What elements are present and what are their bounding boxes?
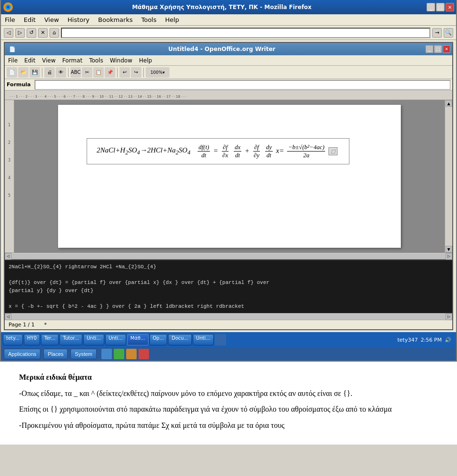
firefox-menu-view[interactable]: View (42, 15, 61, 24)
firefox-menu-tools[interactable]: Tools (139, 15, 159, 24)
oo-menu-window[interactable]: Window (109, 57, 134, 64)
taskbar-item-unti2[interactable]: Unti... (105, 334, 126, 345)
oo-window-controls: _ □ ✕ (426, 45, 450, 53)
copy-button[interactable]: 📋 (93, 67, 104, 78)
scroll-left-button[interactable]: ◁ (5, 253, 11, 260)
clock: 2:56 PM (421, 337, 442, 343)
firefox-menu-help[interactable]: Help (163, 15, 181, 24)
address-bar[interactable] (61, 28, 430, 38)
formula-text-nacl: 2NaCl+H2SO4→2HCl+Na2SO4 (97, 146, 190, 156)
oo-menu-view[interactable]: View (40, 57, 57, 64)
page-info: Page 1 / 1 (9, 322, 35, 328)
undo-button[interactable]: ↩ (119, 67, 130, 78)
main-layout: 1 2 3 4 5 2NaCl+H2SO4→2HCl+Na2SO4 (5, 100, 452, 253)
gnome-app-icon-2[interactable] (114, 349, 124, 359)
minimize-button[interactable]: _ (427, 3, 435, 11)
taskbar-item-op[interactable]: Op... (149, 334, 168, 345)
taskbar-item-tety[interactable]: tety... (3, 334, 23, 345)
firefox-menu-history[interactable]: History (66, 15, 91, 24)
body-paragraph-3: Επίσης οι {} χρησιμοποιούνται στό παρακά… (19, 403, 438, 415)
oo-menubar: File Edit View Format Tools Window Help (5, 55, 452, 66)
taskbar-item-ter[interactable]: Ter... (41, 334, 59, 345)
svg-point-2 (7, 6, 10, 9)
taskbar-item-unti3[interactable]: Unti... (193, 334, 214, 345)
page-area: 2NaCl+H2SO4→2HCl+Na2SO4 df(t) dt = ∂f (14, 100, 445, 253)
stop-button[interactable]: ✕ (38, 28, 48, 38)
gnome-app-icon-3[interactable] (126, 349, 137, 359)
firefox-window: Μάθημα Χρήσης Υπολογιστή, ΤΕΤΥ, ΠΚ - Moz… (0, 0, 457, 362)
spell-button[interactable]: ABC (70, 67, 81, 78)
firefox-toolbar: ◁ ▷ ↺ ✕ ⌂ → 🔍 (1, 26, 456, 40)
firefox-menu-file[interactable]: File (3, 15, 17, 24)
print-button[interactable]: 🖨 (44, 67, 55, 78)
taskbar: tety... HY0 Ter... Tutor... Unti... Unti… (1, 332, 456, 347)
left-ruler: 1 2 3 4 5 (5, 100, 14, 253)
body-paragraph-4: -Προκειμένου γιά αθροίσματα, πρώτα πατάμ… (19, 419, 438, 432)
oo-minimize-button[interactable]: _ (426, 45, 433, 53)
oo-menu-tools[interactable]: Tools (88, 57, 105, 64)
cut-button[interactable]: ✂ (82, 67, 92, 78)
taskbar-item-tutor[interactable]: Tutor... (60, 334, 82, 345)
system-tray: tety347 2:56 PM 🔊 (397, 337, 454, 343)
formula-label: Formula (7, 81, 33, 88)
formula-command-area: 2NaCl+H_{2}SO_{4} rightarrow 2HCl +Na_{2… (5, 259, 452, 313)
oo-status-bar: Page 1 / 1 * (5, 320, 452, 329)
formula-scroll-right[interactable]: ▷ (446, 314, 452, 320)
ruler-ticks: · · · 1 · · · 2 · · · 3 · · · 4 · · · 5 … (5, 91, 452, 100)
scroll-down-button[interactable]: ▼ (446, 246, 452, 253)
oo-toolbar-row1: 📄 📂 💾 🖨 👁 ABC ✂ 📋 📌 ↩ ↪ 100%▾ (5, 66, 452, 79)
maximize-button[interactable]: □ (436, 3, 445, 11)
oo-titlebar: 📄 Untitled4 - OpenOffice.org Writer _ □ … (5, 43, 452, 55)
ruler-mark-5: 5 (8, 193, 10, 198)
taskbar-item-unti1[interactable]: Unti... (83, 334, 104, 345)
formula-input[interactable] (35, 80, 450, 90)
reload-button[interactable]: ↺ (27, 28, 36, 38)
top-ruler: · · · 1 · · · 2 · · · 3 · · · 4 · · · 5 … (5, 91, 452, 100)
oo-menu-format[interactable]: Format (61, 57, 84, 64)
applications-menu[interactable]: Applications (4, 349, 40, 359)
formula-equals: df(t) dt = ∂f ∂x dx (196, 143, 338, 159)
zoom-select[interactable]: 100%▾ (146, 67, 169, 78)
oo-title: Untitled4 - OpenOffice.org Writer (18, 46, 426, 52)
ruler-mark-3: 3 (8, 158, 10, 162)
new-button[interactable]: 📄 (7, 67, 17, 78)
redo-button[interactable]: ↪ (131, 67, 141, 78)
taskbar-item-hy0[interactable]: HY0 (24, 334, 40, 345)
firefox-menu-bookmarks[interactable]: Bookmarks (96, 15, 135, 24)
oo-menu-edit[interactable]: Edit (23, 57, 37, 64)
back-button[interactable]: ◁ (4, 28, 13, 38)
gnome-app-icon-4[interactable] (139, 349, 149, 359)
home-button[interactable]: ⌂ (50, 28, 59, 38)
body-text-section: Μερικά ειδικά θέματα -Οπως είδαμε, τα _ … (0, 362, 457, 445)
oo-menu-help[interactable]: Help (138, 57, 153, 64)
gnome-app-icon-1[interactable] (101, 349, 112, 359)
body-paragraph-1: Μερικά ειδικά θέματα (19, 371, 438, 384)
paste-button[interactable]: 📌 (105, 67, 115, 78)
formula-line-2 (9, 271, 448, 279)
close-button[interactable]: ✕ (446, 3, 454, 11)
taskbar-item-docu[interactable]: Docu... (168, 334, 191, 345)
system-menu[interactable]: System (70, 349, 97, 359)
horizontal-scrollbar[interactable]: ◁ ▷ (5, 253, 452, 259)
oo-maximize-button[interactable]: □ (434, 45, 442, 53)
ruler-mark-4: 4 (8, 176, 10, 180)
oo-menu-file[interactable]: File (7, 57, 19, 64)
forward-button[interactable]: ▷ (15, 28, 25, 38)
formula-bar: Formula (5, 79, 452, 91)
page-sheet: 2NaCl+H2SO4→2HCl+Na2SO4 df(t) dt = ∂f (58, 105, 401, 248)
oo-close-button[interactable]: ✕ (443, 45, 450, 53)
formula-hscrollbar[interactable]: ◁ ▷ (5, 313, 452, 320)
firefox-menu-edit[interactable]: Edit (22, 15, 38, 24)
formula-scroll-left[interactable]: ◁ (5, 314, 11, 320)
scroll-right-button[interactable]: ▷ (446, 253, 452, 260)
save-button[interactable]: 💾 (30, 67, 40, 78)
preview-button[interactable]: 👁 (56, 67, 66, 78)
scroll-up-button[interactable]: ▲ (446, 100, 452, 107)
taskbar-item-math[interactable]: Μάθ... (127, 334, 149, 345)
vertical-scrollbar[interactable]: ▲ ▼ (445, 100, 452, 253)
open-button[interactable]: 📂 (18, 67, 29, 78)
go-button[interactable]: → (432, 28, 442, 38)
places-menu[interactable]: Places (43, 349, 68, 359)
formula-line-6: x = { -b +- sqrt { b^2 - 4ac } } over { … (9, 303, 448, 311)
search-button[interactable]: 🔍 (444, 28, 453, 38)
